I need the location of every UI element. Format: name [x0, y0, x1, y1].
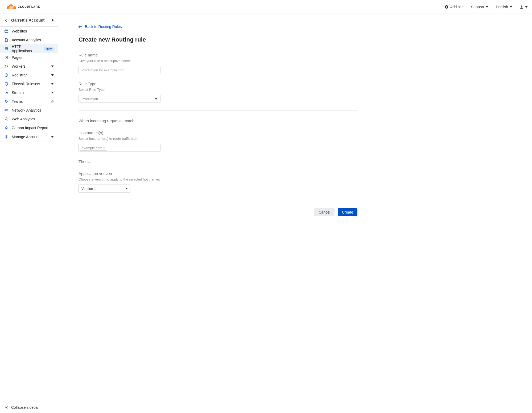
app-version-value: Version 1	[81, 187, 96, 191]
svg-point-11	[5, 110, 6, 111]
caret-down-icon	[525, 6, 528, 8]
add-site-label: Add site	[450, 5, 464, 9]
sidebar-item-label: Manage Account	[12, 135, 48, 139]
back-link-label: Back to Routing Rules	[85, 24, 122, 29]
hostnames-tagbox[interactable]: example.com ×	[79, 144, 160, 152]
sidebar-item-pages[interactable]: Pages	[0, 53, 58, 62]
caret-down-icon	[51, 66, 54, 67]
arrow-left-icon	[79, 25, 82, 28]
caret-down-icon	[51, 83, 54, 85]
caret-down-icon	[510, 6, 512, 8]
sidebar-item-label: Firewall Rulesets	[12, 82, 48, 86]
sidebar-item-label: Network Analytics	[12, 108, 54, 112]
sidebar-item-workers[interactable]: Workers	[0, 62, 58, 71]
support-dropdown[interactable]: Support	[471, 5, 488, 9]
account-switcher[interactable]: Garrett's Account	[0, 14, 58, 27]
main-content: Back to Routing Rules Create new Routing…	[58, 14, 378, 413]
sidebar-item-label: Account Analytics	[12, 38, 54, 42]
sidebar-item-label: Websites	[12, 29, 54, 33]
page-title: Create new Routing rule	[79, 36, 357, 43]
user-icon	[520, 5, 523, 9]
svg-point-14	[6, 136, 7, 137]
sidebar-item-account-analytics[interactable]: Account Analytics	[0, 35, 58, 44]
rule-type-help: Select Rule Type	[79, 88, 357, 92]
hostname-tag[interactable]: example.com ×	[80, 145, 107, 151]
rule-name-field[interactable]	[81, 68, 158, 72]
chevron-right-icon	[52, 19, 54, 22]
sidebar-item-web-analytics[interactable]: Web Analytics	[0, 115, 58, 123]
create-button[interactable]: Create	[338, 208, 357, 216]
new-badge: New	[44, 47, 54, 51]
svg-rect-4	[5, 49, 8, 50]
sidebar-item-label: Pages	[12, 55, 54, 60]
sidebar-item-network-analytics[interactable]: Network Analytics	[0, 106, 58, 115]
back-to-routing-rules-link[interactable]: Back to Routing Rules	[79, 24, 357, 29]
svg-point-13	[6, 127, 7, 129]
rule-type-select[interactable]: Production	[79, 95, 160, 103]
stack-icon	[4, 47, 9, 51]
caret-down-icon	[51, 136, 54, 138]
app-version-help: Choose a version to apply to the selecte…	[79, 177, 357, 181]
sidebar-item-http-applications[interactable]: HTTP Applications New	[0, 44, 58, 53]
sidebar-item-teams[interactable]: Teams	[0, 97, 58, 106]
app-version-label: Application version	[79, 171, 357, 176]
svg-point-8	[5, 100, 6, 101]
app-version-select[interactable]: Version 1 ▾	[79, 185, 130, 193]
sidebar-item-websites[interactable]: Websites	[0, 27, 58, 35]
collapse-label: Collapse sidebar	[11, 405, 39, 410]
svg-rect-2	[5, 30, 8, 32]
sidebar-item-firewall-rulesets[interactable]: Firewall Rulesets	[0, 79, 58, 88]
sidebar-item-stream[interactable]: Stream	[0, 88, 58, 97]
rule-type-label: Rule Type	[79, 81, 357, 86]
plus-circle-icon	[445, 5, 448, 9]
language-dropdown[interactable]: English	[496, 5, 512, 9]
caret-down-icon	[51, 92, 54, 93]
chevron-double-left-icon	[4, 406, 8, 409]
sidebar-item-label: Workers	[12, 64, 48, 68]
globe-icon	[4, 73, 9, 77]
network-icon	[4, 108, 9, 112]
search-icon	[4, 117, 9, 121]
add-site-button[interactable]: Add site	[445, 5, 464, 9]
stream-icon	[4, 91, 9, 95]
gear-icon	[4, 135, 9, 139]
rule-type-value: Production	[81, 97, 98, 101]
pages-icon	[4, 55, 9, 60]
svg-rect-10	[5, 110, 8, 111]
svg-rect-5	[5, 56, 8, 59]
sidebar-item-registrar[interactable]: Registrar	[0, 71, 58, 79]
remove-tag-icon[interactable]: ×	[103, 146, 105, 150]
caret-down-icon	[155, 98, 158, 100]
triangle-down-icon: ▾	[126, 187, 127, 190]
topbar: CLOUDFLARE Add site Support English	[0, 0, 532, 14]
collapse-sidebar-button[interactable]: Collapse sidebar	[0, 402, 58, 413]
hostnames-help: Select hostname(s) to route traffic from	[79, 137, 357, 141]
match-header: When incoming requests match…	[79, 118, 357, 123]
language-label: English	[496, 5, 508, 9]
hostname-tag-label: example.com	[82, 146, 102, 150]
sidebar-item-carbon-impact[interactable]: Carbon Impact Report	[0, 123, 58, 132]
svg-point-1	[521, 5, 522, 7]
virus-icon	[4, 126, 9, 130]
divider	[79, 110, 357, 111]
sidebar-item-manage-account[interactable]: Manage Account	[0, 132, 58, 141]
cancel-button[interactable]: Cancel	[314, 208, 335, 216]
file-icon	[4, 38, 9, 42]
rule-name-input[interactable]	[79, 66, 160, 74]
rule-name-label: Rule name	[79, 53, 357, 57]
websites-icon	[4, 29, 9, 33]
caret-down-icon	[51, 74, 54, 76]
workers-icon	[4, 64, 9, 68]
teams-icon	[4, 99, 9, 104]
user-menu[interactable]	[520, 5, 528, 9]
svg-point-7	[6, 92, 7, 93]
cloudflare-logo[interactable]: CLOUDFLARE	[4, 4, 40, 10]
external-link-icon	[51, 100, 54, 103]
support-label: Support	[471, 5, 484, 9]
cloud-icon	[4, 4, 16, 10]
then-header: Then…	[79, 159, 357, 164]
sidebar-item-label: Teams	[12, 99, 47, 104]
svg-rect-3	[5, 48, 8, 48]
logo-text: CLOUDFLARE	[18, 5, 40, 8]
divider	[79, 200, 357, 200]
